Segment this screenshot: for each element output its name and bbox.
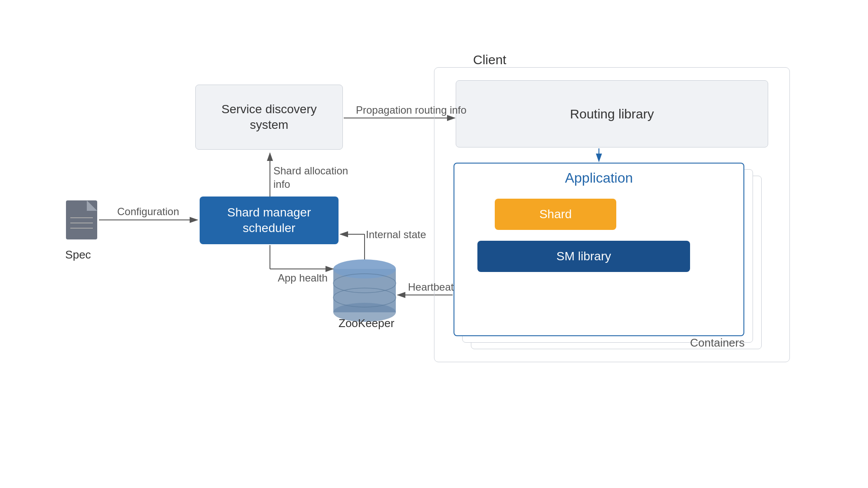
containers-label: Containers [690,336,745,350]
spec-label: Spec [56,248,100,262]
shard-manager-box: Shard managerscheduler [200,197,339,244]
svg-point-13 [333,259,396,278]
shard-manager-label: Shard managerscheduler [227,205,311,236]
service-discovery-label: Service discoverysystem [221,102,316,133]
internal-state-arrow-label: Internal state [366,228,426,241]
shard-allocation-arrow-label: Shard allocationinfo [273,164,348,191]
sm-library-label: SM library [556,249,611,263]
routing-library-box: Routing library [456,80,768,147]
client-label: Client [473,51,506,68]
propagation-arrow-label: Propagation routing info [356,103,467,117]
application-label: Application [454,169,744,187]
sm-library-box: SM library [477,241,690,272]
zookeeper-label: ZooKeeper [339,317,391,330]
diagram-container: Client Service discoverysystem Shard man… [0,0,868,488]
shard-label: Shard [539,207,572,221]
heartbeat-arrow-label: Heartbeat [408,280,454,294]
configuration-arrow-label: Configuration [117,205,179,218]
shard-pill: Shard [495,199,616,230]
service-discovery-box: Service discoverysystem [195,85,343,150]
app-health-arrow-label: App health [278,271,328,285]
routing-library-label: Routing library [570,107,654,121]
